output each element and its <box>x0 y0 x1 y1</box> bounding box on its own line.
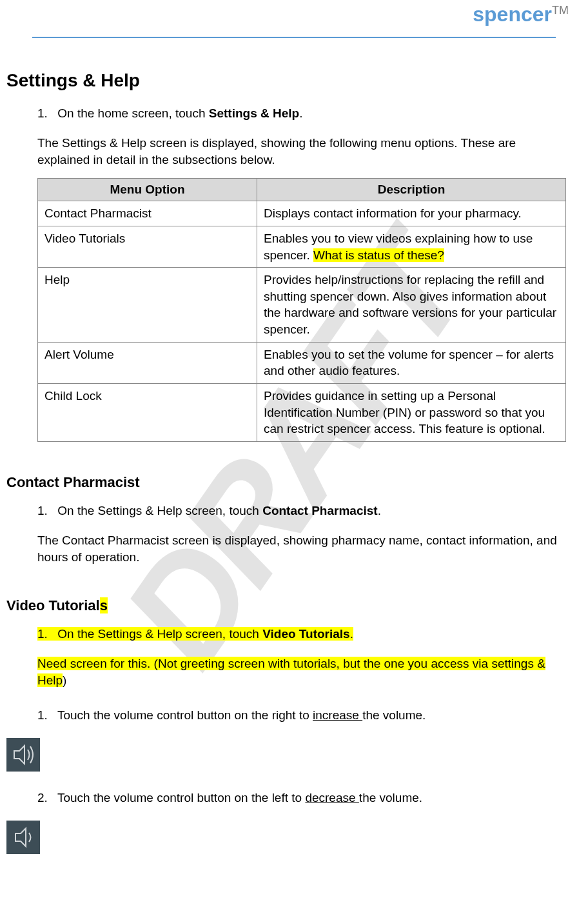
highlighted-note: What is status of these? <box>313 248 444 262</box>
cell-menu: Child Lock <box>38 384 257 442</box>
volume-down-icon <box>6 821 40 854</box>
table-row: Child Lock Provides guidance in setting … <box>38 384 566 442</box>
step-text-prefix: Touch the volume control button on the l… <box>57 791 305 804</box>
table-row: Alert Volume Enables you to set the volu… <box>38 342 566 383</box>
cell-desc: Displays contact information for your ph… <box>257 201 566 226</box>
page-header: spencerTM <box>0 0 588 38</box>
brand-logo: spencerTM <box>6 0 582 26</box>
section-title-contact: Contact Pharmacist <box>6 474 562 491</box>
cell-desc: Provides guidance in setting up a Person… <box>257 384 566 442</box>
cell-menu: Alert Volume <box>38 342 257 383</box>
page-title: Settings & Help <box>6 70 562 91</box>
video-step: 1. On the Settings & Help screen, touch … <box>37 627 562 641</box>
volume-step-decrease: 2. Touch the volume control button on th… <box>37 791 562 805</box>
step-text-underline: decrease <box>305 791 358 804</box>
cell-desc: Enables you to view videos explaining ho… <box>257 226 566 267</box>
step-text-suffix: . <box>378 504 381 517</box>
cell-menu: Contact Pharmacist <box>38 201 257 226</box>
step-number: 1. <box>37 504 54 518</box>
cell-menu: Help <box>38 268 257 343</box>
contact-paragraph: The Contact Pharmacist screen is display… <box>6 532 562 565</box>
table-row: Video Tutorials Enables you to view vide… <box>38 226 566 267</box>
step-text-bold: Settings & Help <box>209 106 299 120</box>
step-number: 2. <box>37 791 54 805</box>
highlighted-note: Need screen for this. (Not greeting scre… <box>37 657 545 687</box>
brand-name: spencer <box>473 3 552 26</box>
step-number: 1. <box>37 627 54 641</box>
step-text-bold: Video Tutorials <box>262 627 350 641</box>
intro-paragraph: The Settings & Help screen is displayed,… <box>6 135 562 168</box>
title-highlight: s <box>100 597 108 613</box>
table-header-desc: Description <box>257 179 566 201</box>
step-text-prefix: On the home screen, touch <box>57 106 208 120</box>
step-text-suffix: . <box>350 627 353 641</box>
title-plain: Video Tutorial <box>6 597 100 613</box>
step-text-underline: increase <box>313 708 362 722</box>
video-note: Need screen for this. (Not greeting scre… <box>6 655 562 688</box>
menu-options-table: Menu Option Description Contact Pharmaci… <box>37 178 566 442</box>
step-text-bold: Contact Pharmacist <box>262 504 377 517</box>
cell-menu: Video Tutorials <box>38 226 257 267</box>
volume-step-increase: 1. Touch the volume control button on th… <box>37 708 562 723</box>
table-header-menu: Menu Option <box>38 179 257 201</box>
intro-step: 1. On the home screen, touch Settings & … <box>37 106 562 121</box>
step-text-suffix: the volume. <box>362 708 426 722</box>
header-rule <box>32 37 556 38</box>
section-title-video: Video Tutorials <box>6 597 562 614</box>
cell-desc: Provides help/instructions for replacing… <box>257 268 566 343</box>
note-tail: ) <box>63 673 66 687</box>
step-text-prefix: On the Settings & Help screen, touch <box>57 627 262 641</box>
step-text-suffix: the volume. <box>359 791 422 804</box>
step-text-suffix: . <box>299 106 302 120</box>
step-text-prefix: Touch the volume control button on the r… <box>57 708 313 722</box>
step-number: 1. <box>37 708 54 723</box>
cell-desc: Enables you to set the volume for spence… <box>257 342 566 383</box>
contact-step: 1. On the Settings & Help screen, touch … <box>37 504 562 518</box>
volume-up-icon <box>6 738 40 772</box>
table-row: Help Provides help/instructions for repl… <box>38 268 566 343</box>
table-row: Contact Pharmacist Displays contact info… <box>38 201 566 226</box>
brand-tm: TM <box>552 4 569 17</box>
step-number: 1. <box>37 106 54 121</box>
step-text-prefix: On the Settings & Help screen, touch <box>57 504 262 517</box>
